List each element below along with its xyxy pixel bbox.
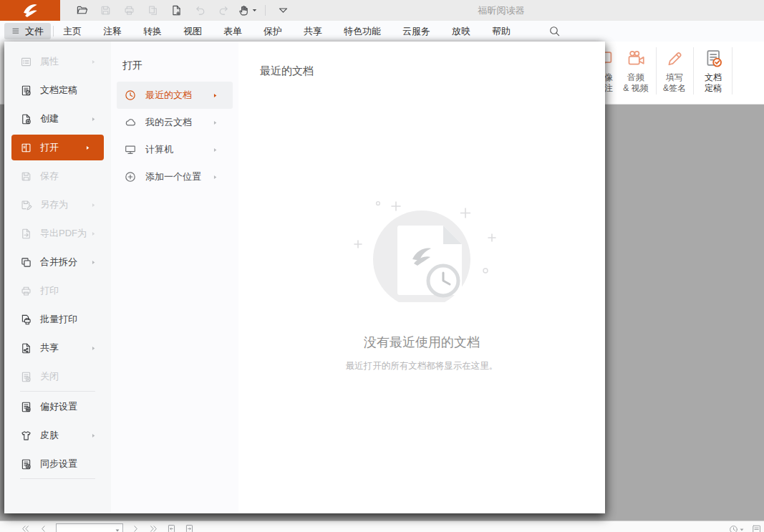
sidebar-item-batch-print[interactable]: 批量打印	[4, 305, 111, 334]
sidebar-item-sync-settings[interactable]: 同步设置	[4, 450, 111, 478]
submenu-arrow-icon	[212, 174, 218, 180]
audio-video-icon	[627, 49, 646, 68]
redo-icon	[218, 4, 230, 16]
sidebar-item-print-label: 打印	[40, 284, 59, 297]
tab-share[interactable]: 共享	[304, 25, 322, 38]
partial-tool-button[interactable]	[750, 524, 761, 532]
tab-convert[interactable]: 转换	[143, 25, 162, 38]
open-item-recent-docs[interactable]: 最近的文档	[117, 82, 233, 109]
open-item-add-place[interactable]: 添加一个位置	[117, 163, 233, 190]
fill-sign-icon	[665, 49, 685, 68]
dbl-chevron-left-icon	[20, 523, 31, 532]
dbl-chevron-right-icon	[148, 523, 159, 532]
sidebar-item-batch-print-label: 批量打印	[40, 313, 77, 326]
open-item-cloud-docs[interactable]: 我的云文档	[117, 109, 233, 136]
open-item-recent-docs-label: 最近的文档	[145, 89, 192, 102]
sidebar-item-preferences-label: 偏好设置	[40, 400, 77, 413]
add-location-icon	[124, 170, 137, 183]
printer-icon	[123, 4, 135, 16]
redo-button	[212, 0, 236, 21]
file-menu-sidebar: 属性文档定稿创建打开保存另存为导出PDF为合并拆分打印批量打印共享关闭偏好设置皮…	[4, 42, 111, 513]
sidebar-item-merge-split[interactable]: 合并拆分	[4, 248, 111, 276]
caret-down-icon	[115, 528, 120, 532]
export-pdf-icon	[20, 228, 32, 240]
undo-button	[188, 0, 212, 21]
submenu-arrow-icon	[90, 231, 97, 237]
sidebar-item-export-pdf-label: 导出PDF为	[40, 227, 87, 240]
open-submenu-panel: 打开 最近的文档我的云文档计算机添加一个位置	[111, 42, 238, 513]
save-as-icon	[20, 199, 32, 211]
submenu-arrow-icon	[90, 259, 97, 266]
submenu-arrow-icon	[90, 432, 97, 439]
chevron-right-icon	[130, 523, 141, 532]
open-book-icon	[20, 142, 32, 154]
qat-separator	[265, 5, 266, 16]
tab-slideshow[interactable]: 放映	[452, 25, 470, 38]
open-item-computer[interactable]: 计算机	[117, 136, 233, 163]
open-item-add-place-label: 添加一个位置	[145, 170, 201, 183]
partial-doc-icon	[750, 524, 761, 532]
sidebar-item-share[interactable]: 共享	[4, 334, 111, 362]
print-button	[117, 0, 141, 21]
tab-cloud[interactable]: 云服务	[402, 25, 430, 38]
ribbon-separator	[693, 47, 694, 95]
tshirt-icon	[20, 430, 32, 442]
doc-plus-icon	[20, 113, 32, 125]
submenu-arrow-icon	[90, 202, 97, 208]
sidebar-item-sync-settings-label: 同步设置	[40, 458, 77, 470]
sidebar-divider	[20, 391, 95, 392]
search-icon[interactable]	[548, 25, 561, 37]
empty-state-title: 没有最近使用的文档	[238, 334, 605, 351]
file-menu-button[interactable]: 文件	[4, 23, 51, 39]
sidebar-item-create[interactable]: 创建	[4, 105, 111, 133]
tab-comment[interactable]: 注释	[103, 25, 122, 38]
file-backstage-panel: 属性文档定稿创建打开保存另存为导出PDF为合并拆分打印批量打印共享关闭偏好设置皮…	[4, 42, 605, 513]
audio-video-button[interactable]: 音频& 视频	[619, 46, 653, 100]
fill-sign-button[interactable]: 填写&签名	[657, 46, 692, 100]
sidebar-item-preferences[interactable]: 偏好设置	[4, 392, 111, 421]
doc-finalize-button[interactable]: 文档定稿	[696, 46, 730, 100]
sidebar-item-share-label: 共享	[40, 342, 59, 354]
floppy-icon	[100, 4, 112, 16]
caret-down-icon	[739, 527, 745, 532]
sidebar-item-doc-finalize-label: 文档定稿	[40, 84, 77, 97]
open-button[interactable]	[70, 0, 94, 21]
page-number-box[interactable]	[56, 523, 123, 532]
sidebar-item-properties: 属性	[4, 47, 111, 76]
doc-check-icon	[20, 84, 32, 97]
tab-help[interactable]: 帮助	[492, 25, 511, 38]
customize-qat-button[interactable]	[271, 0, 295, 21]
computer-icon	[124, 143, 137, 156]
sidebar-divider	[20, 478, 95, 479]
hamburger-icon	[11, 26, 21, 36]
sidebar-item-save-label: 保存	[40, 170, 59, 183]
sidebar-item-save-as: 另存为	[4, 190, 111, 219]
tab-features[interactable]: 特色功能	[344, 25, 381, 38]
sidebar-item-print: 打印	[4, 276, 111, 305]
submenu-arrow-icon	[212, 147, 218, 153]
reading-timer-button[interactable]	[728, 524, 745, 532]
statusbar	[0, 521, 764, 532]
sidebar-item-close: 关闭	[4, 362, 111, 391]
sidebar-item-merge-split-label: 合并拆分	[40, 256, 77, 269]
tab-view[interactable]: 视图	[183, 25, 202, 38]
open-panel-title: 打开	[122, 56, 238, 74]
print-current-button	[141, 0, 165, 21]
foxit-logo-icon	[21, 3, 39, 19]
sidebar-item-export-pdf: 导出PDF为	[4, 219, 111, 248]
hand-tool-button[interactable]	[236, 0, 259, 21]
prev-view-button	[166, 523, 177, 532]
open-item-computer-label: 计算机	[145, 143, 173, 156]
sidebar-item-skin[interactable]: 皮肤	[4, 421, 111, 450]
tab-form[interactable]: 表单	[223, 25, 242, 38]
empty-state-subtitle: 最近打开的所有文档都将显示在这里。	[238, 360, 605, 372]
submenu-arrow-icon	[90, 116, 97, 122]
floppy-icon	[20, 170, 32, 183]
sidebar-item-skin-label: 皮肤	[40, 429, 59, 442]
create-button[interactable]	[165, 0, 188, 21]
tab-protect[interactable]: 保护	[263, 25, 282, 38]
sidebar-item-open[interactable]: 打开	[11, 135, 104, 160]
tab-home[interactable]: 主页	[63, 25, 82, 38]
sidebar-item-doc-finalize[interactable]: 文档定稿	[4, 76, 111, 105]
menubar-separator	[53, 26, 54, 37]
